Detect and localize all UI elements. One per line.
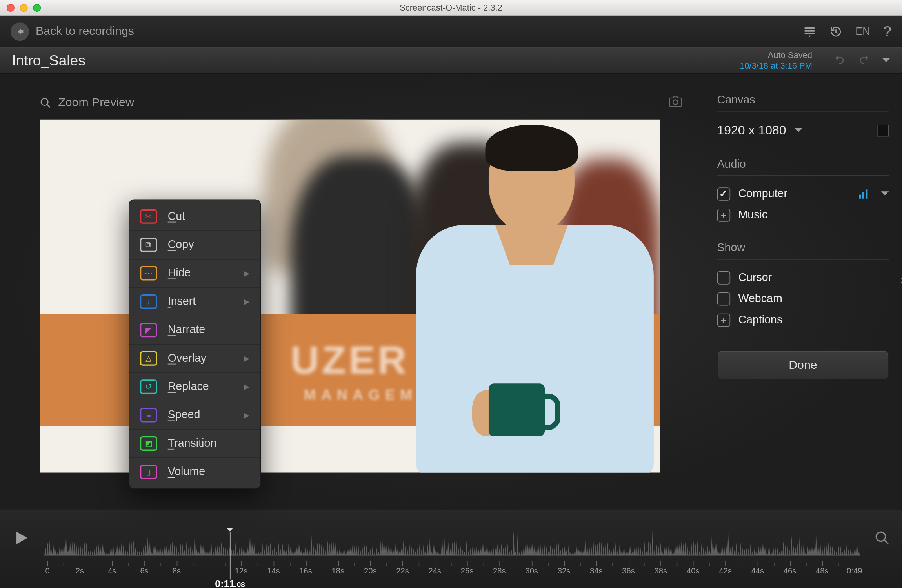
ruler-tick: 42s [719, 566, 732, 576]
timeline-ruler[interactable]: 02s4s6s8s10s12s14s16s18s20s22s24s26s28s3… [47, 566, 854, 588]
menu-item-label: Speed [168, 408, 200, 422]
screenshot-button[interactable] [667, 94, 684, 111]
ruler-tick: 22s [396, 566, 409, 576]
transition-icon: ◩ [140, 436, 157, 451]
chevron-right-icon: ▶ [244, 410, 249, 420]
canvas-size-dropdown[interactable]: 1920 x 1080 [717, 120, 889, 142]
svg-point-0 [41, 98, 48, 105]
search-icon [874, 530, 890, 545]
done-button[interactable]: Done [717, 350, 889, 379]
back-arrow-icon [11, 22, 29, 40]
language-selector[interactable]: EN [855, 25, 870, 37]
menu-item-label: Replace [168, 380, 209, 394]
timeline-playhead[interactable] [230, 532, 231, 579]
menu-item-cut[interactable]: ✂Cut [129, 203, 260, 230]
project-title[interactable]: Intro_Sales [12, 52, 85, 69]
chevron-right-icon: ▶ [244, 382, 249, 392]
ruler-tick: 2s [76, 566, 84, 576]
ruler-tick: 24s [428, 566, 441, 576]
cut-icon: ✂ [140, 209, 157, 224]
menu-item-label: Overlay [168, 352, 207, 365]
ruler-tick: 48s [816, 566, 829, 576]
ruler-tick: 0:49 [847, 566, 862, 576]
svg-point-3 [673, 100, 678, 105]
search-icon [40, 97, 51, 109]
history-icon[interactable] [829, 25, 842, 38]
ruler-tick: 36s [622, 566, 635, 576]
menu-item-speed[interactable]: ≡Speed▶ [129, 401, 260, 429]
menu-item-label: Copy [168, 238, 194, 252]
back-label: Back to recordings [36, 24, 134, 38]
menu-item-copy[interactable]: ⧉Copy [129, 230, 260, 259]
menu-item-hide[interactable]: ⋯Hide▶ [129, 259, 260, 287]
plus-icon: + [717, 209, 730, 222]
menu-item-transition[interactable]: ◩Transition [129, 429, 260, 457]
zoom-preview-button[interactable]: Zoom Preview [40, 96, 134, 109]
copy-icon: ⧉ [140, 238, 157, 252]
volume-icon: ▯ [140, 465, 157, 479]
svg-rect-2 [669, 98, 682, 107]
audio-heading: Audio [717, 158, 889, 175]
window-title: Screencast-O-Matic - 2.3.2 [0, 3, 902, 13]
overlay-icon: △ [140, 351, 157, 366]
project-header: Intro_Sales Auto Saved 10/3/18 at 3:16 P… [0, 47, 902, 74]
editor-main: Zoom Preview UZER MANAGEMENT [0, 74, 902, 510]
audio-computer-row[interactable]: Computer [717, 183, 889, 205]
show-heading: Show [717, 241, 889, 259]
chevron-right-icon: ▶ [244, 297, 249, 307]
menu-item-label: Cut [168, 210, 185, 223]
more-menu-caret-icon[interactable] [882, 55, 890, 66]
chevron-right-icon: ▶ [244, 354, 249, 363]
menu-item-volume[interactable]: ▯Volume [129, 457, 260, 486]
timeline-zoom-button[interactable] [874, 530, 890, 548]
properties-panel: Canvas 1920 x 1080 Audio Computer [711, 74, 902, 510]
menu-item-replace[interactable]: ↺Replace▶ [129, 372, 260, 401]
redo-button[interactable] [857, 53, 871, 68]
timeline-footer: 02s4s6s8s10s12s14s16s18s20s22s24s26s28s3… [0, 512, 902, 588]
ruler-tick: 38s [655, 566, 667, 576]
menu-item-label: Transition [168, 437, 217, 450]
show-webcam-checkbox[interactable] [717, 292, 730, 306]
menu-item-label: Hide [168, 267, 191, 280]
zoom-preview-label: Zoom Preview [58, 96, 134, 109]
menu-item-label: Insert [168, 295, 196, 309]
chevron-down-icon[interactable] [881, 191, 889, 199]
canvas-heading: Canvas [717, 94, 889, 111]
undo-button[interactable] [832, 53, 846, 68]
svg-line-5 [884, 539, 888, 543]
show-cursor-row[interactable]: Cursor [717, 267, 889, 289]
audio-level-icon [859, 189, 867, 199]
ruler-tick: 18s [332, 566, 345, 576]
plus-icon: + [717, 314, 730, 327]
show-cursor-checkbox[interactable] [717, 271, 730, 285]
back-to-recordings-button[interactable]: Back to recordings [11, 22, 134, 40]
timeline-waveform[interactable] [44, 523, 861, 555]
menu-item-label: Narrate [168, 323, 205, 337]
ruler-tick: 20s [364, 566, 377, 576]
narrate-icon: ◤ [140, 323, 157, 337]
menu-item-narrate[interactable]: ◤Narrate [129, 316, 260, 344]
help-icon[interactable]: ? [883, 23, 891, 40]
audio-add-music-button[interactable]: + Music [717, 205, 889, 226]
menu-item-overlay[interactable]: △Overlay▶ [129, 344, 260, 372]
show-add-captions-button[interactable]: + Captions [717, 310, 889, 331]
chevron-right-icon: ▶ [244, 269, 249, 278]
insert-icon: ↓ [140, 294, 157, 309]
ruler-tick: 26s [461, 566, 474, 576]
ruler-tick: 16s [299, 566, 312, 576]
ruler-tick: 44s [751, 566, 764, 576]
camera-icon [667, 94, 684, 108]
audio-computer-checkbox[interactable] [717, 187, 730, 201]
hide-icon: ⋯ [140, 266, 157, 281]
canvas-background-color[interactable] [877, 125, 889, 136]
svg-line-1 [47, 104, 50, 107]
autosave-status: Auto Saved 10/3/18 at 3:16 PM [740, 51, 812, 71]
chevron-down-icon [794, 128, 802, 136]
ruler-tick: 32s [558, 566, 571, 576]
show-webcam-row[interactable]: Webcam [717, 289, 889, 310]
play-button[interactable] [12, 528, 30, 550]
upload-queue-icon[interactable] [803, 25, 816, 38]
expand-panel-icon[interactable]: » [900, 272, 902, 287]
menu-item-insert[interactable]: ↓Insert▶ [129, 287, 260, 315]
playhead-time-label: 0:11.08 [215, 578, 245, 588]
